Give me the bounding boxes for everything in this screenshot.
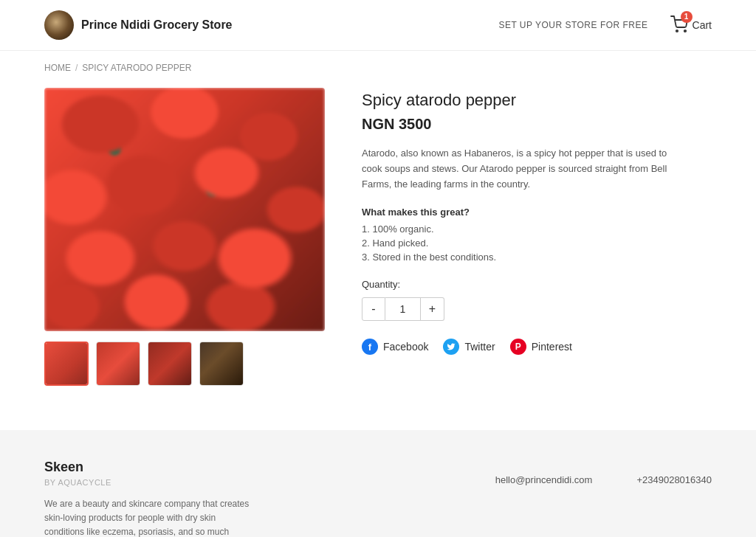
- cart-icon-wrap: 1: [670, 15, 688, 35]
- product-details: Spicy atarodo pepper NGN 3500 Atarodo, a…: [362, 88, 712, 355]
- footer-brand-name: Skeen: [44, 460, 251, 475]
- header: Prince Ndidi Grocery Store SET UP YOUR S…: [0, 0, 756, 51]
- thumbnail-3[interactable]: [148, 342, 192, 386]
- breadcrumb: HOME / SPICY ATARODO PEPPER: [0, 51, 756, 80]
- footer-description: We are a beauty and skincare company tha…: [44, 497, 251, 537]
- breadcrumb-current: SPICY ATARODO PEPPER: [82, 63, 191, 73]
- feature-1: 1. 100% organic.: [362, 224, 712, 235]
- quantity-label: Quantity:: [362, 279, 712, 290]
- thumb-img-3: [148, 342, 191, 385]
- twitter-share-button[interactable]: Twitter: [443, 339, 495, 355]
- cart-button[interactable]: 1 Cart: [670, 15, 712, 35]
- store-name: Prince Ndidi Grocery Store: [81, 18, 233, 32]
- breadcrumb-home[interactable]: HOME: [44, 63, 71, 73]
- pinterest-share-button[interactable]: P Pinterest: [510, 339, 572, 355]
- thumbnail-2[interactable]: [96, 342, 140, 386]
- breadcrumb-separator: /: [75, 63, 78, 73]
- pinterest-icon: P: [510, 339, 526, 355]
- product-price: NGN 3500: [362, 116, 712, 133]
- footer-email[interactable]: hello@princendidi.com: [495, 474, 593, 485]
- cart-badge: 1: [681, 11, 693, 23]
- twitter-icon: [443, 339, 459, 355]
- thumb-img-2: [97, 342, 140, 385]
- product-description: Atarodo, also known as Habaneros, is a s…: [362, 146, 672, 192]
- quantity-decrease-button[interactable]: -: [362, 297, 385, 321]
- footer-phone: +2349028016340: [636, 474, 712, 485]
- features-list: 1. 100% organic. 2. Hand picked. 3. Stor…: [362, 224, 712, 263]
- product-images: [44, 88, 325, 386]
- main-product-image: [44, 88, 325, 331]
- social-share: f Facebook Twitter P Pinterest: [362, 339, 712, 355]
- footer-brand: Skeen BY AQUACYCLE We are a beauty and s…: [44, 460, 251, 537]
- cart-label: Cart: [693, 19, 712, 31]
- logo-icon: [44, 10, 74, 40]
- header-actions: SET UP YOUR STORE FOR FREE 1 Cart: [498, 15, 712, 35]
- thumbnail-4[interactable]: [199, 342, 244, 386]
- thumbnail-list: [44, 342, 325, 386]
- thumb-img-4: [200, 342, 243, 385]
- feature-2: 2. Hand picked.: [362, 238, 712, 249]
- product-image-canvas: [44, 88, 325, 331]
- facebook-label: Facebook: [383, 341, 428, 353]
- quantity-control: - 1 +: [362, 297, 712, 321]
- facebook-icon: f: [362, 339, 378, 355]
- thumb-img-1: [46, 343, 87, 384]
- quantity-increase-button[interactable]: +: [421, 297, 444, 321]
- feature-3: 3. Stored in the best conditions.: [362, 252, 712, 263]
- svg-point-1: [684, 30, 685, 31]
- quantity-value: 1: [385, 297, 421, 321]
- footer-content: Skeen BY AQUACYCLE We are a beauty and s…: [44, 460, 712, 537]
- main-content: Spicy atarodo pepper NGN 3500 Atarodo, a…: [0, 80, 756, 415]
- setup-store-link[interactable]: SET UP YOUR STORE FOR FREE: [498, 20, 647, 30]
- thumbnail-1[interactable]: [44, 342, 89, 386]
- logo-group[interactable]: Prince Ndidi Grocery Store: [44, 10, 233, 40]
- pinterest-label: Pinterest: [532, 341, 572, 353]
- footer: Skeen BY AQUACYCLE We are a beauty and s…: [0, 430, 756, 537]
- footer-contact: hello@princendidi.com +2349028016340: [495, 460, 712, 485]
- svg-point-0: [676, 30, 677, 31]
- footer-by: BY AQUACYCLE: [44, 478, 251, 487]
- twitter-label: Twitter: [464, 341, 495, 353]
- product-title: Spicy atarodo pepper: [362, 91, 712, 110]
- facebook-share-button[interactable]: f Facebook: [362, 339, 428, 355]
- features-heading: What makes this great?: [362, 207, 712, 218]
